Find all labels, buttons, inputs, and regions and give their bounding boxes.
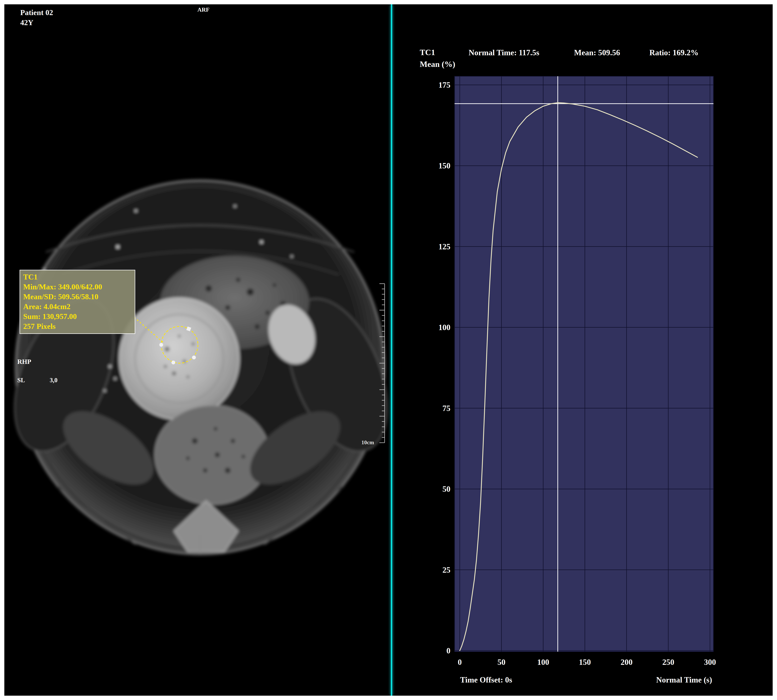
curve-panel: 0255075100125150175050100150200250300 TC… — [392, 4, 773, 696]
y-tick-label: 100 — [438, 323, 451, 332]
mri-viewport[interactable] — [4, 4, 391, 696]
slice-thickness-value: 3,0 — [50, 377, 58, 384]
roi-handle-e[interactable] — [192, 355, 196, 359]
stat-normal-time: Normal Time: 117.5s — [469, 48, 539, 57]
curve-name-label: TC1 — [420, 48, 435, 57]
viewer-window: Patient 02 42Y ARF RHP SL 3,0 10cm TC1 M… — [4, 4, 773, 696]
panel-divider — [391, 4, 392, 696]
y-tick-label: 150 — [438, 161, 451, 170]
plot-area[interactable] — [454, 76, 714, 652]
y-tick-label: 175 — [438, 80, 451, 89]
orientation-marker-left: RHP — [17, 358, 31, 365]
x-tick-label: 50 — [497, 658, 506, 667]
mri-panel: Patient 02 42Y ARF RHP SL 3,0 10cm TC1 M… — [4, 4, 391, 696]
y-tick-label: 25 — [443, 565, 451, 574]
roi-stats-minmax: Min/Max: 349.00/642.00 — [23, 282, 131, 292]
y-tick-label: 50 — [443, 485, 451, 493]
patient-id: Patient 02 — [20, 8, 53, 17]
orientation-marker-top: ARF — [197, 7, 210, 13]
ruler-label: 10cm — [361, 439, 374, 446]
x-axis-title: Normal Time (s) — [656, 675, 712, 684]
x-tick-label: 100 — [537, 658, 549, 667]
patient-age: 42Y — [20, 18, 33, 27]
x-tick-label: 0 — [458, 658, 462, 667]
x-tick-label: 150 — [579, 658, 591, 667]
roi-stats-area: Area: 4.04cm2 — [23, 302, 131, 312]
x-tick-label: 300 — [704, 658, 716, 667]
time-intensity-chart[interactable]: 0255075100125150175050100150200250300 — [392, 4, 773, 696]
roi-stats-box[interactable]: TC1 Min/Max: 349.00/642.00 Mean/SD: 509.… — [20, 270, 135, 334]
roi-stats-pixels: 257 Pixels — [23, 322, 131, 331]
roi-stats-title: TC1 — [23, 272, 131, 282]
slice-label: SL — [17, 377, 25, 384]
y-tick-label: 125 — [438, 242, 451, 251]
roi-handle-w[interactable] — [159, 343, 163, 347]
stat-mean: Mean: 509.56 — [574, 48, 620, 57]
y-axis-title: Mean (%) — [420, 60, 455, 69]
roi-stats-meansd: Mean/SD: 509.56/58.10 — [23, 292, 131, 302]
x-tick-label: 200 — [621, 658, 632, 667]
mri-axial-pelvis-illustration — [4, 180, 391, 555]
roi-stats-sum: Sum: 130,957.00 — [23, 312, 131, 322]
time-offset-label: Time Offset: 0s — [460, 675, 512, 684]
y-tick-label: 75 — [443, 404, 451, 413]
roi-handle-s[interactable] — [171, 360, 175, 364]
x-tick-label: 250 — [662, 658, 674, 667]
stat-ratio: Ratio: 169.2% — [649, 48, 699, 57]
y-tick-label: 0 — [446, 646, 451, 655]
